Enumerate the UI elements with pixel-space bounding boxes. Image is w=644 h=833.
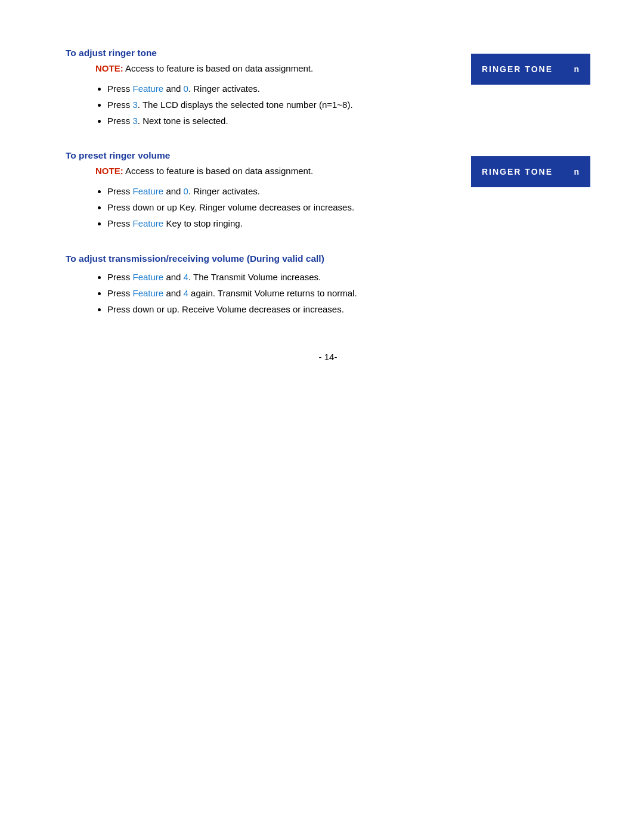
lcd-n-1: n	[574, 64, 580, 74]
page-number: - 14-	[66, 352, 590, 362]
section-preset-ringer-volume: To preset ringer volume NOTE: Access to …	[66, 150, 590, 236]
list-item: Press Feature and 4 again. Transmit Volu…	[107, 286, 590, 300]
section1-content: To adjust ringer tone NOTE: Access to fe…	[66, 48, 459, 134]
feature-highlight: Feature	[133, 83, 164, 94]
list-item: Press Feature Key to stop ringing.	[107, 216, 459, 230]
section1-heading: To adjust ringer tone	[66, 48, 459, 58]
lcd-text-1: RINGER TONE	[482, 64, 553, 74]
page-container: To adjust ringer tone NOTE: Access to fe…	[0, 0, 644, 398]
section2-bullets: Press Feature and 0. Ringer activates. P…	[107, 184, 459, 231]
section1-note: NOTE: Access to feature is based on data…	[95, 62, 459, 76]
feature-highlight2: Feature	[133, 186, 164, 196]
list-item: Press Feature and 4. The Transmit Volume…	[107, 270, 590, 284]
list-item: Press Feature and 0. Ringer activates.	[107, 184, 459, 198]
list-item: Press 3. Next tone is selected.	[107, 114, 459, 128]
list-item: Press 3. The LCD displays the selected t…	[107, 98, 459, 112]
lcd-display-2: RINGER TONE n	[471, 156, 590, 187]
section3-heading: To adjust transmission/receiving volume …	[66, 253, 590, 264]
zero-highlight2: 0	[184, 186, 188, 196]
section2-layout: To preset ringer volume NOTE: Access to …	[66, 150, 590, 236]
section1-layout: To adjust ringer tone NOTE: Access to fe…	[66, 48, 590, 134]
section1-note-label: NOTE:	[95, 63, 123, 73]
section1-note-text: Access to feature is based on data assig…	[123, 63, 314, 73]
section3-bullets: Press Feature and 4. The Transmit Volume…	[107, 270, 590, 317]
list-item: Press Feature and 0. Ringer activates.	[107, 82, 459, 95]
section2-note-text: Access to feature is based on data assig…	[123, 166, 314, 176]
list-item: Press down or up Key. Ringer volume decr…	[107, 200, 459, 214]
feature-highlight3: Feature	[133, 218, 164, 228]
feature-highlight4: Feature	[133, 272, 164, 282]
section2-content: To preset ringer volume NOTE: Access to …	[66, 150, 459, 236]
three-highlight: 3	[133, 100, 138, 110]
lcd-n-2: n	[574, 167, 580, 176]
zero-highlight: 0	[184, 83, 188, 94]
section2-heading: To preset ringer volume	[66, 150, 459, 161]
lcd-display-1: RINGER TONE n	[471, 54, 590, 85]
section-adjust-ringer-tone: To adjust ringer tone NOTE: Access to fe…	[66, 48, 590, 134]
section2-note: NOTE: Access to feature is based on data…	[95, 165, 459, 178]
section1-bullets: Press Feature and 0. Ringer activates. P…	[107, 82, 459, 128]
four-highlight2: 4	[184, 288, 188, 298]
feature-highlight5: Feature	[133, 288, 164, 298]
lcd-text-2: RINGER TONE	[482, 167, 553, 176]
section2-note-label: NOTE:	[95, 166, 123, 176]
section-transmission-volume: To adjust transmission/receiving volume …	[66, 253, 590, 317]
three-highlight2: 3	[133, 116, 138, 126]
four-highlight: 4	[184, 272, 188, 282]
list-item: Press down or up. Receive Volume decreas…	[107, 302, 590, 316]
